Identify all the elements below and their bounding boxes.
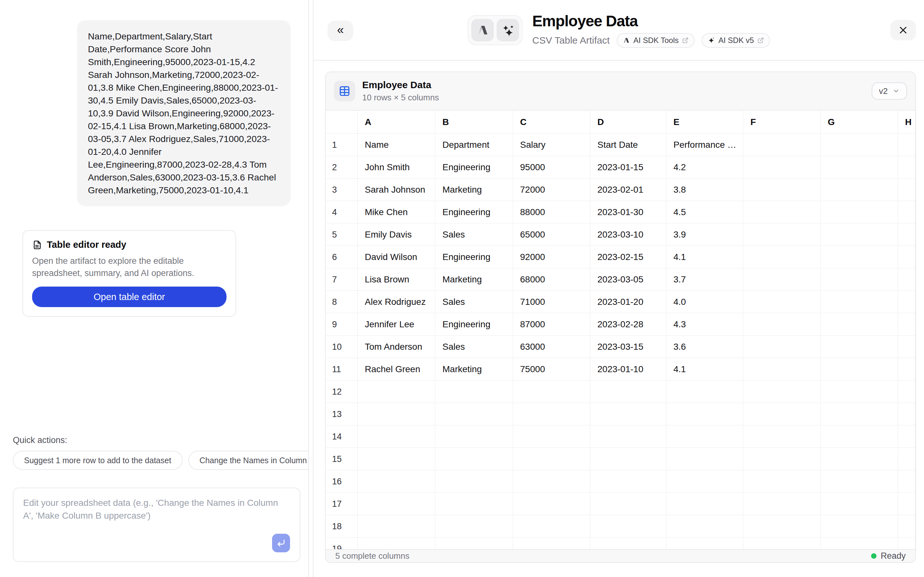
cell-B17[interactable]	[435, 493, 513, 515]
cell-G13[interactable]	[821, 403, 898, 425]
cell-C18[interactable]	[513, 515, 590, 538]
cell-D19[interactable]	[590, 538, 666, 549]
cell-G1[interactable]	[821, 134, 898, 156]
cell-G5[interactable]	[821, 223, 898, 246]
row-number-13[interactable]: 13	[326, 403, 358, 425]
cell-D5[interactable]: 2023-03-10	[590, 223, 666, 246]
cell-A8[interactable]: Alex Rodriguez	[358, 291, 435, 313]
cell-D11[interactable]: 2023-01-10	[590, 358, 666, 380]
cell-F6[interactable]	[743, 246, 821, 268]
quick-action-chip-add-row[interactable]: Suggest 1 more row to add to the dataset	[13, 451, 183, 470]
row-number-7[interactable]: 7	[326, 268, 358, 291]
cell-F7[interactable]	[743, 268, 821, 291]
cell-G15[interactable]	[821, 448, 898, 470]
cell-H17[interactable]	[898, 493, 915, 515]
cell-H5[interactable]	[898, 223, 915, 246]
cell-C19[interactable]	[513, 538, 590, 549]
cell-E10[interactable]: 3.6	[666, 335, 743, 358]
send-button[interactable]	[272, 534, 290, 552]
cell-F13[interactable]	[743, 403, 821, 425]
cell-A3[interactable]: Sarah Johnson	[358, 179, 435, 201]
cell-H7[interactable]	[898, 268, 915, 291]
row-number-4[interactable]: 4	[326, 201, 358, 223]
column-header-B[interactable]: B	[435, 111, 513, 134]
cell-D15[interactable]	[590, 448, 666, 470]
cell-D10[interactable]: 2023-03-15	[590, 335, 666, 358]
cell-E15[interactable]	[666, 448, 743, 470]
cell-E13[interactable]	[666, 403, 743, 425]
close-artifact-button[interactable]	[890, 20, 916, 40]
cell-B13[interactable]	[435, 403, 513, 425]
cell-C17[interactable]	[513, 493, 590, 515]
cell-A18[interactable]	[358, 515, 435, 538]
cell-C15[interactable]	[513, 448, 590, 470]
cell-E14[interactable]	[666, 425, 743, 448]
open-table-editor-button[interactable]: Open table editor	[32, 287, 226, 307]
cell-A9[interactable]: Jennifer Lee	[358, 313, 435, 335]
cell-E6[interactable]: 4.1	[666, 246, 743, 268]
cell-B3[interactable]: Marketing	[435, 179, 513, 201]
cell-D12[interactable]	[590, 380, 666, 403]
cell-C6[interactable]: 92000	[513, 246, 590, 268]
cell-G8[interactable]	[821, 291, 898, 313]
cell-B11[interactable]: Marketing	[435, 358, 513, 380]
cell-C2[interactable]: 95000	[513, 156, 590, 179]
cell-B2[interactable]: Engineering	[435, 156, 513, 179]
row-number-3[interactable]: 3	[326, 179, 358, 201]
row-number-14[interactable]: 14	[326, 425, 358, 448]
cell-F1[interactable]	[743, 134, 821, 156]
column-header-G[interactable]: G	[821, 111, 898, 134]
cell-D4[interactable]: 2023-01-30	[590, 201, 666, 223]
row-number-2[interactable]: 2	[326, 156, 358, 179]
cell-F9[interactable]	[743, 313, 821, 335]
cell-G18[interactable]	[821, 515, 898, 538]
cell-D17[interactable]	[590, 493, 666, 515]
cell-H6[interactable]	[898, 246, 915, 268]
cell-H19[interactable]	[898, 538, 915, 549]
cell-F14[interactable]	[743, 425, 821, 448]
row-number-12[interactable]: 12	[326, 380, 358, 403]
cell-A7[interactable]: Lisa Brown	[358, 268, 435, 291]
cell-F4[interactable]	[743, 201, 821, 223]
row-number-18[interactable]: 18	[326, 515, 358, 538]
cell-D2[interactable]: 2023-01-15	[590, 156, 666, 179]
row-number-16[interactable]: 16	[326, 470, 358, 493]
cell-F17[interactable]	[743, 493, 821, 515]
cell-C5[interactable]: 65000	[513, 223, 590, 246]
cell-A10[interactable]: Tom Anderson	[358, 335, 435, 358]
cell-H8[interactable]	[898, 291, 915, 313]
cell-D16[interactable]	[590, 470, 666, 493]
cell-E17[interactable]	[666, 493, 743, 515]
cell-F19[interactable]	[743, 538, 821, 549]
cell-F3[interactable]	[743, 179, 821, 201]
row-number-19[interactable]: 19	[326, 538, 358, 549]
cell-A2[interactable]: John Smith	[358, 156, 435, 179]
collapse-panel-button[interactable]: «	[328, 21, 353, 41]
cell-G19[interactable]	[821, 538, 898, 549]
cell-B12[interactable]	[435, 380, 513, 403]
cell-D13[interactable]	[590, 403, 666, 425]
cell-F12[interactable]	[743, 380, 821, 403]
cell-C9[interactable]: 87000	[513, 313, 590, 335]
cell-A16[interactable]	[358, 470, 435, 493]
cell-D7[interactable]: 2023-03-05	[590, 268, 666, 291]
cell-G10[interactable]	[821, 335, 898, 358]
cell-H16[interactable]	[898, 470, 915, 493]
cell-D18[interactable]	[590, 515, 666, 538]
cell-E3[interactable]: 3.8	[666, 179, 743, 201]
cell-D9[interactable]: 2023-02-28	[590, 313, 666, 335]
cell-G4[interactable]	[821, 201, 898, 223]
column-header-F[interactable]: F	[743, 111, 821, 134]
cell-E7[interactable]: 3.7	[666, 268, 743, 291]
cell-B18[interactable]	[435, 515, 513, 538]
cell-C11[interactable]: 75000	[513, 358, 590, 380]
cell-H18[interactable]	[898, 515, 915, 538]
cell-G14[interactable]	[821, 425, 898, 448]
cell-G3[interactable]	[821, 179, 898, 201]
cell-B14[interactable]	[435, 425, 513, 448]
cell-B15[interactable]	[435, 448, 513, 470]
cell-E4[interactable]: 4.5	[666, 201, 743, 223]
cell-E11[interactable]: 4.1	[666, 358, 743, 380]
cell-E9[interactable]: 4.3	[666, 313, 743, 335]
quick-action-chip-change-names[interactable]: Change the Names in Column A	[188, 451, 309, 470]
